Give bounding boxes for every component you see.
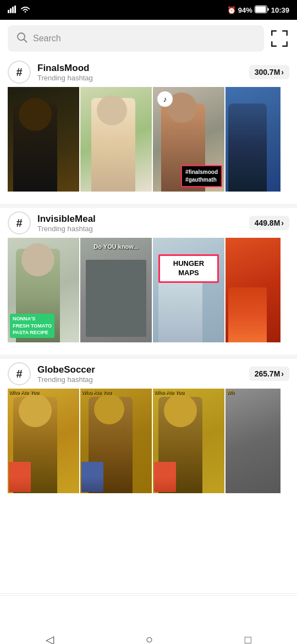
hashtag-sub-globesoccer: Trending hashtag	[37, 375, 95, 384]
video-thumb[interactable]	[226, 238, 280, 342]
tiktok-watermark: ♪	[157, 91, 173, 107]
svg-rect-1	[10, 8, 12, 13]
search-placeholder-text: Search	[33, 34, 61, 43]
video-thumb[interactable]: Wh	[226, 389, 280, 493]
video-overlay-tag: #finalsmood#gauthmath	[181, 165, 222, 187]
status-left	[8, 6, 30, 15]
wifi-icon	[20, 6, 30, 15]
signal-icon	[8, 6, 18, 15]
recent-button[interactable]: □	[240, 629, 256, 645]
video-grid-finalsmood: ♪ #finalsmood#gauthmath	[8, 87, 289, 192]
search-icon	[16, 32, 28, 45]
video-thumb[interactable]: HUNGERMAPS	[153, 238, 224, 342]
scan-icon[interactable]	[270, 29, 289, 48]
home-button[interactable]: ○	[141, 628, 157, 644]
svg-rect-15	[287, 41, 288, 47]
section-divider-2	[0, 354, 297, 359]
hashtag-name-finalsmood: FinalsMood	[37, 63, 93, 74]
video-thumb[interactable]: Who Ate You	[153, 389, 224, 493]
hashtag-name-globesoccer: GlobeSoccer	[37, 364, 95, 375]
video-thumb[interactable]: Who Ate You	[80, 389, 152, 493]
hashtag-section-globesoccer: # GlobeSoccer Trending hashtag 265.7M› W…	[0, 359, 297, 505]
hashtag-icon-globesoccer: #	[8, 362, 31, 385]
hashtag-section-invisiblemeal: # InvisibleMeal Trending hashtag 449.8M›…	[0, 208, 297, 354]
hashtag-sub-invisiblemeal: Trending hashtag	[37, 225, 96, 233]
video-thumb[interactable]	[8, 87, 79, 192]
hashtag-section-finalsmood: # FinalsMood Trending hashtag 300.7M›	[0, 57, 297, 204]
video-thumb[interactable]: Do YOU know...	[80, 238, 152, 342]
hashtag-name-invisiblemeal: InvisibleMeal	[37, 214, 96, 225]
search-bar[interactable]: Search	[8, 25, 264, 52]
video-thumb[interactable]	[80, 87, 152, 192]
green-overlay-text: NONNA'SFRESH TOMATOPASTA RECIPE	[10, 314, 54, 338]
svg-rect-5	[255, 6, 266, 12]
svg-line-7	[24, 40, 27, 42]
video-thumb[interactable]: Who Ate You	[8, 389, 79, 493]
svg-rect-9	[271, 30, 273, 36]
video-thumb[interactable]: ♪ #finalsmood#gauthmath	[153, 87, 224, 192]
hashtag-icon-invisiblemeal: #	[8, 211, 31, 234]
hashtag-icon-finalsmood: #	[8, 61, 31, 84]
svg-rect-2	[12, 7, 14, 13]
svg-rect-3	[14, 6, 16, 13]
video-thumb[interactable]	[226, 87, 280, 192]
time-text: 10:39	[271, 6, 289, 14]
svg-rect-11	[287, 30, 288, 36]
status-right: ⏰ 94% 10:39	[227, 6, 289, 15]
video-thumb[interactable]: NONNA'SFRESH TOMATOPASTA RECIPE	[8, 238, 79, 342]
hashtag-count-invisiblemeal[interactable]: 449.8M›	[249, 216, 289, 230]
battery-icon	[255, 6, 269, 15]
hashtag-count-globesoccer[interactable]: 265.7M›	[249, 367, 289, 381]
battery-text: 94%	[238, 6, 252, 14]
hashtag-sub-finalsmood: Trending hashtag	[37, 74, 93, 82]
video-grid-globesoccer: Who Ate You Who Ate You Who Ate You	[8, 389, 289, 493]
search-bar-container: Search	[0, 20, 297, 57]
hashtag-count-finalsmood[interactable]: 300.7M›	[249, 65, 289, 79]
svg-rect-13	[271, 41, 273, 47]
video-grid-invisiblemeal: NONNA'SFRESH TOMATOPASTA RECIPE Do YOU k…	[8, 238, 289, 342]
status-bar: ⏰ 94% 10:39	[0, 0, 297, 20]
section-divider-1	[0, 204, 297, 208]
svg-rect-0	[8, 10, 9, 13]
android-nav-bar: ◁ ○ □	[0, 595, 297, 644]
alarm-icon: ⏰	[227, 6, 236, 14]
back-button[interactable]: ◁	[41, 629, 58, 644]
